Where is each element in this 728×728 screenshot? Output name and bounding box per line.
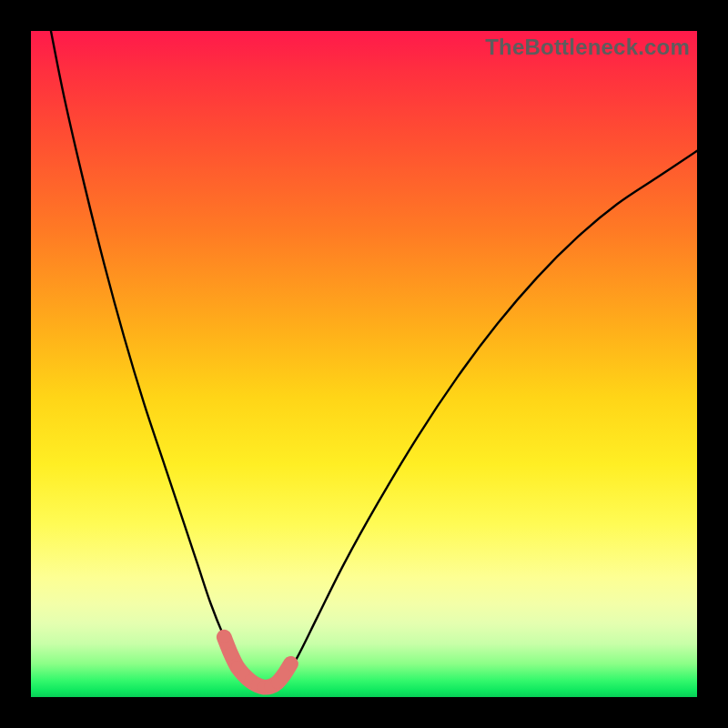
chart-container: { "watermark": "TheBottleneck.com", "col… — [0, 0, 728, 728]
bottleneck-curve-path — [51, 31, 697, 688]
bottleneck-curve — [51, 31, 697, 688]
optimal-range-markers — [217, 631, 297, 693]
optimal-range-marker — [284, 657, 297, 670]
plot-area: TheBottleneck.com — [31, 31, 697, 697]
optimal-range-marker — [225, 647, 238, 660]
curve-layer — [31, 31, 697, 697]
optimal-range-marker — [217, 631, 230, 643]
optimal-range-marker — [278, 668, 290, 681]
